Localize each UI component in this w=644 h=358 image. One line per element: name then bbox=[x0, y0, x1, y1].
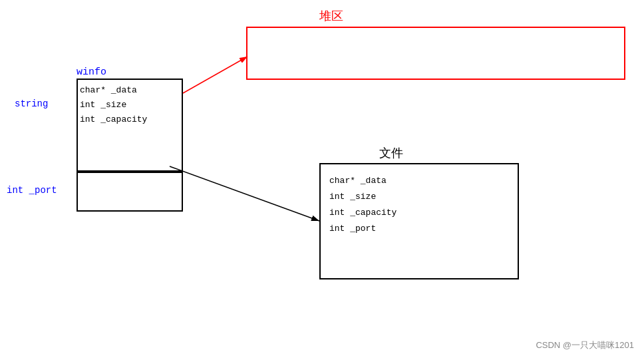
file-field-0: char* _data bbox=[329, 173, 397, 189]
winfo-field-0: char* _data bbox=[80, 83, 147, 98]
string-label: string bbox=[15, 98, 48, 109]
file-label: 文件 bbox=[379, 145, 403, 161]
file-field-3: int _port bbox=[329, 221, 397, 237]
heap-label: 堆区 bbox=[319, 8, 343, 24]
winfo-field-1: int _size bbox=[80, 98, 147, 112]
watermark: CSDN @一只大喵咪1201 bbox=[536, 339, 634, 351]
file-text: char* _data int _size int _capacity int … bbox=[329, 173, 397, 237]
winfo-port-section bbox=[77, 172, 183, 212]
file-field-1: int _size bbox=[329, 189, 397, 205]
heap-box bbox=[246, 27, 625, 80]
winfo-field-2: int _capacity bbox=[80, 112, 147, 127]
file-field-2: int _capacity bbox=[329, 205, 397, 221]
svg-line-0 bbox=[183, 57, 247, 93]
diagram: 堆区 winfo string int _port char* _data in… bbox=[0, 0, 644, 358]
int-port-label: int _port bbox=[7, 185, 57, 196]
winfo-text: char* _data int _size int _capacity bbox=[80, 83, 147, 127]
winfo-label: winfo bbox=[77, 67, 106, 78]
svg-line-1 bbox=[170, 166, 319, 221]
